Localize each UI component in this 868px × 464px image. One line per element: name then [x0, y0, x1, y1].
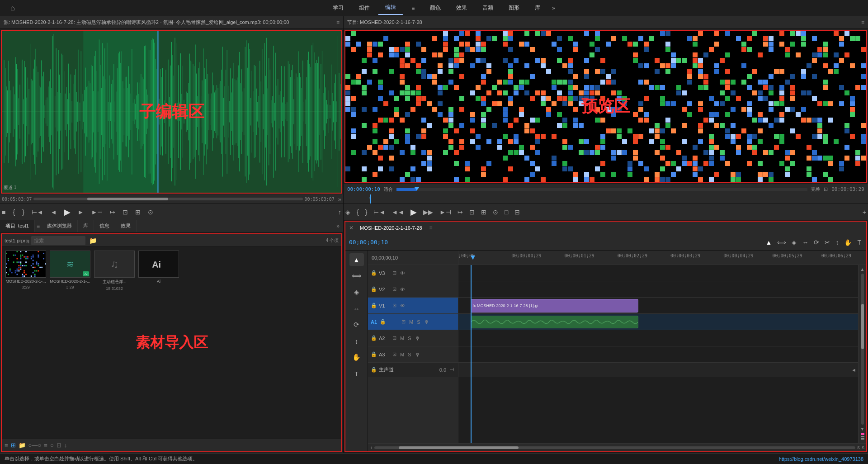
preview-next-edit-btn[interactable]: ►⊣: [438, 208, 453, 217]
source-step-fwd-many-btn[interactable]: ►⊣: [89, 208, 104, 217]
source-monitor-menu-icon[interactable]: ≡: [336, 19, 340, 26]
source-mark-in-btn[interactable]: {: [11, 208, 17, 217]
project-tab-media-browser[interactable]: 媒体浏览器: [42, 220, 78, 232]
preview-step-back-btn[interactable]: ◄◄: [390, 208, 406, 217]
tl-hscroll-track[interactable]: [374, 446, 855, 449]
track-lock-v3[interactable]: 🔒: [371, 270, 377, 276]
timeline-tab-moshed[interactable]: MOSHED-2020-2-1-16-7-28: [356, 224, 426, 232]
tl-tool-razor[interactable]: ↔: [349, 302, 364, 315]
timeline-hscrollbar[interactable]: + S S: [368, 443, 866, 451]
project-import-btn[interactable]: ↓: [64, 442, 67, 449]
track-lock-master[interactable]: 🔒: [371, 367, 377, 373]
tl-marker-btn[interactable]: ◈: [790, 238, 798, 247]
preview-safe-margins-btn[interactable]: □: [503, 208, 510, 217]
project-tab-library[interactable]: 库: [78, 220, 94, 232]
project-more-icon[interactable]: »: [333, 223, 343, 229]
track-lock-a2[interactable]: 🔒: [371, 335, 377, 341]
source-play-btn[interactable]: ▶: [62, 206, 72, 218]
tl-vertical-scrollbar[interactable]: [861, 274, 864, 425]
preview-export-btn[interactable]: ⊞: [479, 208, 488, 217]
thumb-item-ai[interactable]: Ai: [138, 251, 179, 435]
track-lock-v1[interactable]: 🔒: [371, 303, 377, 308]
source-insert-btn[interactable]: ↦: [108, 208, 117, 217]
track-a1-selector[interactable]: A1: [371, 319, 377, 325]
project-search-btn[interactable]: ○: [50, 442, 54, 449]
project-sort-btn[interactable]: ⊡: [57, 442, 61, 449]
project-new-folder-btn[interactable]: 📁: [87, 236, 99, 245]
preview-play-btn[interactable]: ▶: [409, 206, 419, 218]
preview-zoom-icon[interactable]: ⊡: [824, 186, 828, 192]
tl-link-btn[interactable]: ↔: [801, 238, 810, 247]
thumb-item-audio-wave[interactable]: ≋ ♪♪ MOSHED-2020-2-1-... 3;29: [50, 251, 90, 435]
track-eyeball-a2[interactable]: ⊡: [392, 335, 397, 341]
menu-item-component[interactable]: 组件: [352, 1, 377, 14]
project-list-view-btn[interactable]: ≡: [5, 442, 8, 449]
video-clip-moshed[interactable]: fx MOSHED-2020-2-1-16-7-28 {1}.gi: [471, 299, 638, 312]
project-slider[interactable]: ○—○: [28, 442, 42, 449]
tl-hand-btn[interactable]: ✋: [843, 238, 853, 247]
track-master-btn[interactable]: ⊣: [449, 366, 455, 373]
preview-step-fwd-btn[interactable]: ▶▶: [421, 208, 435, 217]
tl-tool-slide[interactable]: ↕: [349, 335, 364, 347]
tl-ripple-btn[interactable]: ⟳: [812, 238, 821, 247]
audio-clip-moshed[interactable]: [471, 316, 638, 328]
track-m-a1[interactable]: M: [408, 319, 414, 325]
source-step-back-btn[interactable]: ◄: [49, 208, 59, 217]
thumb-item-moshed1[interactable]: MOSHED-2020-2-1-... 3;29: [5, 251, 46, 435]
preview-lift-btn[interactable]: ↦: [456, 208, 465, 217]
menu-item-graphics[interactable]: 图形: [501, 1, 527, 14]
source-export-btn[interactable]: ⊞: [133, 208, 142, 217]
project-options-btn[interactable]: ≡: [44, 442, 47, 449]
track-visible-v2[interactable]: 👁: [399, 286, 406, 293]
tl-scroll-up-btn[interactable]: ▲: [860, 267, 865, 272]
tl-hscroll-thumb[interactable]: [399, 446, 519, 449]
track-lock-v2[interactable]: 🔒: [371, 286, 377, 292]
tl-slip-btn[interactable]: ↕: [834, 238, 840, 247]
track-lock-a3[interactable]: 🔒: [371, 351, 377, 357]
preview-playhead-bar[interactable]: ↑: [344, 194, 868, 204]
project-folder-btn[interactable]: 📁: [19, 442, 26, 449]
track-eyeball-v2[interactable]: ⊡: [392, 286, 397, 293]
source-stop-btn[interactable]: ■: [0, 208, 7, 217]
source-scrollbar-thumb[interactable]: [87, 198, 168, 200]
source-step-back-many-btn[interactable]: ⊢◄: [30, 208, 45, 217]
preview-monitor-menu-icon[interactable]: ≡: [861, 19, 864, 26]
source-overwrite-btn[interactable]: ⊡: [121, 208, 130, 217]
tl-tool-hand[interactable]: ✋: [349, 351, 364, 364]
source-scroll-right-icon[interactable]: »: [338, 196, 341, 203]
tl-tool-slip[interactable]: ⟳: [349, 318, 364, 331]
track-eyeball-a3[interactable]: ⊡: [392, 351, 397, 358]
home-button[interactable]: ⌂: [5, 0, 21, 16]
tl-text-btn[interactable]: T: [856, 238, 863, 247]
menu-item-color[interactable]: 颜色: [423, 1, 448, 14]
tl-tool-select[interactable]: ▲: [349, 253, 364, 266]
tl-tool-multitrack[interactable]: ⟺: [349, 270, 364, 282]
source-snapshot-btn[interactable]: ⊙: [146, 208, 155, 217]
master-track-left-btn[interactable]: ◄: [851, 367, 856, 373]
track-mic-a3[interactable]: 🎙: [414, 351, 421, 358]
tl-hscroll-add-btn[interactable]: +: [370, 445, 373, 450]
track-eyeball-v1[interactable]: ⊡: [392, 302, 397, 309]
project-grid-view-btn[interactable]: ⊞: [11, 442, 16, 449]
menu-item-edit[interactable]: 编辑: [378, 1, 403, 15]
tl-snap-btn[interactable]: ⟺: [776, 238, 788, 247]
menu-item-library[interactable]: 库: [528, 1, 547, 14]
thumb-item-audio-long[interactable]: ♫ 主动磁悬浮... 18:31032: [94, 251, 135, 435]
project-tab-menu-icon[interactable]: ≡: [35, 223, 42, 229]
track-m-a3[interactable]: M: [399, 351, 405, 358]
timeline-close-btn[interactable]: ✕: [349, 225, 354, 231]
project-tab-project[interactable]: 项目: test1: [0, 220, 35, 232]
tl-cut-btn[interactable]: ✂: [823, 238, 831, 247]
track-lock-a1[interactable]: 🔒: [380, 319, 386, 325]
track-mic-a2[interactable]: 🎙: [414, 335, 421, 341]
project-search-input[interactable]: [31, 236, 85, 245]
tl-tool-type[interactable]: T: [349, 367, 364, 380]
preview-extract-btn[interactable]: ⊡: [467, 208, 476, 217]
track-content-v1[interactable]: fx MOSHED-2020-2-1-16-7-28 {1}.gi: [458, 298, 858, 314]
source-scrollbar-track[interactable]: [33, 198, 302, 200]
menu-item-effects[interactable]: 效果: [449, 1, 474, 14]
tl-add-track-btn[interactable]: 00;00;00;10: [368, 251, 458, 265]
tl-ruler[interactable]: ;00;00 00;00;00;29 00;00;01;29 00;00;02;…: [458, 251, 866, 265]
timeline-tab-menu-icon[interactable]: ≡: [429, 225, 433, 231]
track-m-a2[interactable]: M: [399, 335, 405, 341]
